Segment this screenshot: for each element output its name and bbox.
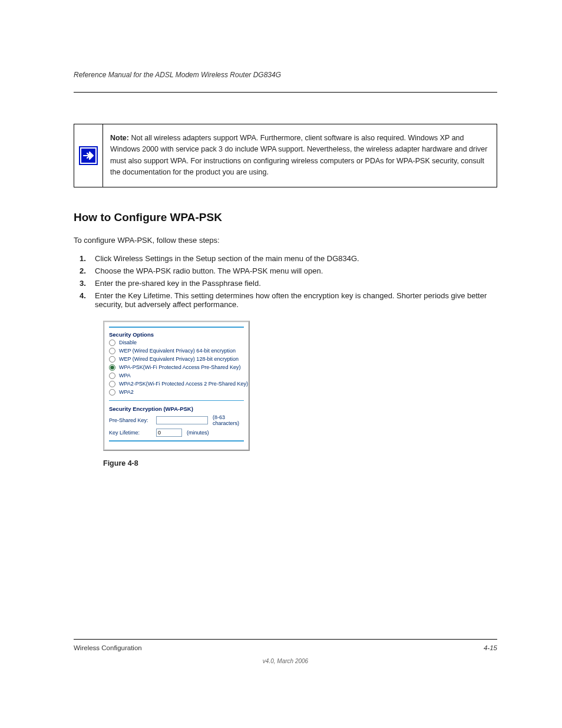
key-lifetime-row: Key Lifetime: (minutes): [109, 429, 244, 437]
preshared-key-hint: (8-63 characters): [213, 414, 244, 426]
option-label: WPA: [119, 373, 131, 378]
radio-wpa2-psk[interactable]: [109, 381, 115, 387]
radio-disable[interactable]: [109, 340, 115, 346]
key-lifetime-input[interactable]: [156, 429, 182, 437]
option-label: WEP (Wired Equivalent Privacy) 128-bit e…: [119, 356, 239, 362]
step-text: Click Wireless Settings in the Setup sec…: [95, 254, 359, 263]
note-lead: Note:: [110, 134, 129, 142]
note-text: Note: Not all wireless adapters support …: [103, 124, 497, 187]
dialog-bottom-rule: [109, 440, 244, 442]
step-number: 4.: [80, 291, 89, 309]
step-number: 2.: [80, 266, 89, 275]
note-icon-cell: [74, 124, 103, 187]
step-text: Enter the Key Lifetime. This setting det…: [95, 291, 497, 309]
preshared-key-label: Pre-Shared Key:: [109, 417, 151, 423]
header-rule: [74, 92, 497, 93]
step-text: Choose the WPA-PSK radio button. The WPA…: [95, 266, 323, 275]
note-callout: Note: Not all wireless adapters support …: [74, 124, 497, 187]
option-label: WPA2-PSK(Wi-Fi Protected Access 2 Pre-Sh…: [119, 381, 248, 387]
option-wpa2[interactable]: WPA2: [109, 389, 244, 396]
footer-left: Wireless Configuration: [74, 644, 142, 651]
preshared-key-input[interactable]: [156, 416, 208, 424]
option-label: WPA2: [119, 389, 134, 395]
encryption-heading: Security Encryption (WPA-PSK): [109, 406, 244, 412]
option-label: WPA-PSK(Wi-Fi Protected Access Pre-Share…: [119, 364, 240, 370]
security-options-dialog: Security Options Disable WEP (Wired Equi…: [103, 321, 250, 451]
key-lifetime-unit: (minutes): [187, 430, 209, 436]
key-lifetime-label: Key Lifetime:: [109, 430, 151, 436]
figure-wpa-psk-dialog: Security Options Disable WEP (Wired Equi…: [103, 321, 497, 451]
preshared-key-row: Pre-Shared Key: (8-63 characters): [109, 414, 244, 426]
option-label: Disable: [119, 340, 137, 345]
arrow-right-icon: [79, 146, 98, 165]
option-wpa2-psk[interactable]: WPA2-PSK(Wi-Fi Protected Access 2 Pre-Sh…: [109, 381, 244, 387]
intro-paragraph: To configure WPA-PSK, follow these steps…: [74, 236, 497, 245]
radio-wep64[interactable]: [109, 348, 115, 354]
option-disable[interactable]: Disable: [109, 340, 244, 346]
figure-caption: Figure 4-8: [103, 459, 497, 467]
footer-right: 4-15: [484, 644, 497, 651]
option-label: WEP (Wired Equivalent Privacy) 64-bit en…: [119, 348, 236, 354]
step-text: Enter the pre-shared key in the Passphra…: [95, 279, 261, 288]
page-header: Reference Manual for the ADSL Modem Wire…: [74, 71, 497, 93]
step-number: 3.: [80, 279, 89, 288]
running-title: Reference Manual for the ADSL Modem Wire…: [74, 71, 497, 79]
footer-rule: [74, 639, 497, 640]
option-wpa-psk[interactable]: WPA-PSK(Wi-Fi Protected Access Pre-Share…: [109, 364, 244, 371]
option-wpa[interactable]: WPA: [109, 373, 244, 379]
dialog-divider: [109, 400, 244, 401]
option-wep64[interactable]: WEP (Wired Equivalent Privacy) 64-bit en…: [109, 348, 244, 354]
security-options-heading: Security Options: [109, 331, 244, 338]
radio-wep128[interactable]: [109, 356, 115, 363]
radio-wpa2[interactable]: [109, 389, 115, 396]
footer-version: v4.0, March 2006: [74, 658, 497, 664]
section-title: How to Configure WPA-PSK: [74, 211, 497, 224]
step-number: 1.: [80, 254, 89, 263]
option-wep128[interactable]: WEP (Wired Equivalent Privacy) 128-bit e…: [109, 356, 244, 363]
page-footer: Wireless Configuration 4-15: [74, 639, 497, 651]
radio-wpa[interactable]: [109, 373, 115, 379]
radio-wpa-psk[interactable]: [109, 364, 115, 371]
dialog-top-rule: [109, 327, 244, 328]
